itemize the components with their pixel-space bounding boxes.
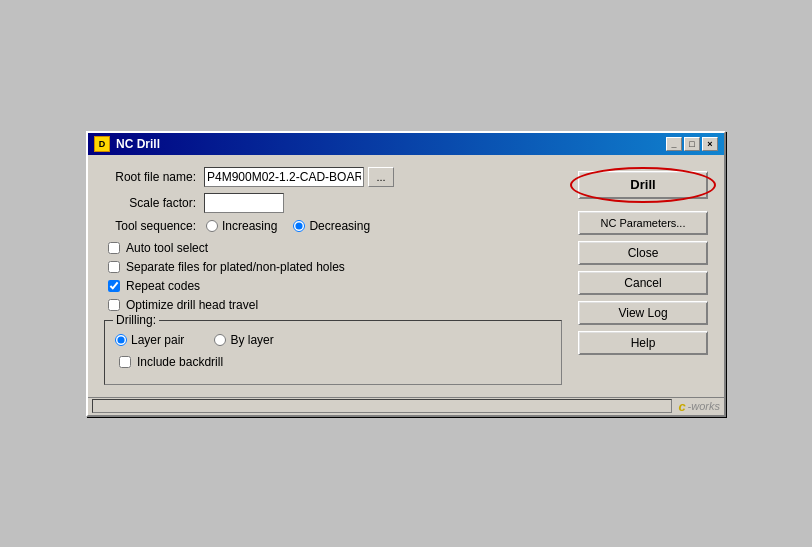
radio-decreasing-label: Decreasing xyxy=(309,219,370,233)
drill-button[interactable]: Drill xyxy=(578,171,708,199)
optimize-drill-row: Optimize drill head travel xyxy=(108,298,562,312)
close-button[interactable]: × xyxy=(702,137,718,151)
tool-sequence-row: Tool sequence: Increasing Decreasing xyxy=(104,219,562,233)
statusbar: c -works xyxy=(88,397,724,415)
drilling-radio-group: Layer pair By layer xyxy=(115,333,551,347)
browse-button[interactable]: ... xyxy=(368,167,394,187)
scale-factor-row: Scale factor: xyxy=(104,193,562,213)
titlebar-controls: _ □ × xyxy=(666,137,718,151)
include-backdrill-checkbox[interactable] xyxy=(119,356,131,368)
drill-button-container: Drill xyxy=(578,171,708,199)
titlebar-left: D NC Drill xyxy=(94,136,160,152)
help-button[interactable]: Help xyxy=(578,331,708,355)
window-title: NC Drill xyxy=(116,137,160,151)
repeat-codes-checkbox[interactable] xyxy=(108,280,120,292)
titlebar: D NC Drill _ □ × xyxy=(88,133,724,155)
cancel-button[interactable]: Cancel xyxy=(578,271,708,295)
file-input-row: ... xyxy=(204,167,394,187)
scale-factor-label: Scale factor: xyxy=(104,196,204,210)
radio-layer-pair-input[interactable] xyxy=(115,334,127,346)
radio-layer-pair[interactable]: Layer pair xyxy=(115,333,184,347)
radio-layer-pair-label: Layer pair xyxy=(131,333,184,347)
titlebar-icon: D xyxy=(94,136,110,152)
radio-by-layer[interactable]: By layer xyxy=(214,333,273,347)
minimize-button[interactable]: _ xyxy=(666,137,682,151)
include-backdrill-row: Include backdrill xyxy=(119,355,551,369)
repeat-codes-row: Repeat codes xyxy=(108,279,562,293)
radio-increasing-label: Increasing xyxy=(222,219,277,233)
root-file-label: Root file name: xyxy=(104,170,204,184)
auto-tool-label: Auto tool select xyxy=(126,241,208,255)
nc-drill-window: D NC Drill _ □ × Root file name: ... Sca… xyxy=(86,131,726,417)
maximize-button[interactable]: □ xyxy=(684,137,700,151)
watermark-text: -works xyxy=(688,400,720,412)
root-file-row: Root file name: ... xyxy=(104,167,562,187)
separate-files-checkbox[interactable] xyxy=(108,261,120,273)
separate-files-label: Separate files for plated/non-plated hol… xyxy=(126,260,345,274)
radio-by-layer-input[interactable] xyxy=(214,334,226,346)
radio-increasing[interactable]: Increasing xyxy=(206,219,277,233)
statusbar-panel xyxy=(92,399,672,413)
auto-tool-checkbox[interactable] xyxy=(108,242,120,254)
right-panel: Drill NC Parameters... Close Cancel View… xyxy=(578,167,708,385)
separate-files-row: Separate files for plated/non-plated hol… xyxy=(108,260,562,274)
nc-parameters-button[interactable]: NC Parameters... xyxy=(578,211,708,235)
drilling-group-title: Drilling: xyxy=(113,313,159,327)
repeat-codes-label: Repeat codes xyxy=(126,279,200,293)
watermark-dash: c xyxy=(678,399,685,414)
radio-increasing-input[interactable] xyxy=(206,220,218,232)
tool-sequence-label: Tool sequence: xyxy=(104,219,204,233)
optimize-drill-checkbox[interactable] xyxy=(108,299,120,311)
root-file-input[interactable] xyxy=(204,167,364,187)
content: Root file name: ... Scale factor: Tool s… xyxy=(88,155,724,397)
drilling-groupbox: Drilling: Layer pair By layer Include ba… xyxy=(104,320,562,385)
optimize-drill-label: Optimize drill head travel xyxy=(126,298,258,312)
radio-by-layer-label: By layer xyxy=(230,333,273,347)
radio-decreasing[interactable]: Decreasing xyxy=(293,219,370,233)
left-panel: Root file name: ... Scale factor: Tool s… xyxy=(104,167,562,385)
include-backdrill-label: Include backdrill xyxy=(137,355,223,369)
close-button-right[interactable]: Close xyxy=(578,241,708,265)
auto-tool-row: Auto tool select xyxy=(108,241,562,255)
tool-sequence-radio-group: Increasing Decreasing xyxy=(206,219,370,233)
radio-decreasing-input[interactable] xyxy=(293,220,305,232)
view-log-button[interactable]: View Log xyxy=(578,301,708,325)
scale-factor-input[interactable] xyxy=(204,193,284,213)
